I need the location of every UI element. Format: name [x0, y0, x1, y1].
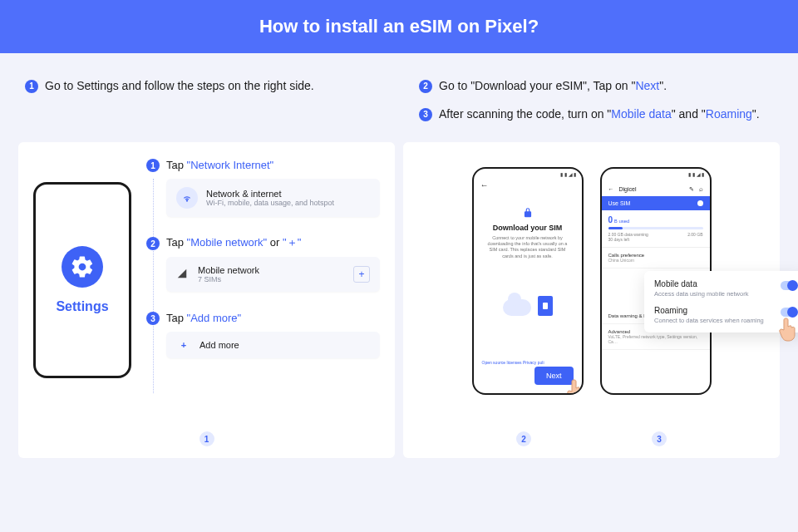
- signal-icon: [176, 268, 190, 281]
- screen-title: Download your SIM: [482, 224, 574, 232]
- substep-text: Tap "Add more": [166, 312, 241, 324]
- status-bar: ▮ ▮ ◢ ▮: [602, 169, 710, 182]
- search-icon[interactable]: ⌕: [699, 185, 703, 193]
- screen-header: ← Digicel ✎ ⌕: [602, 182, 710, 196]
- intro-text: Go to "Download your eSIM", Tap on "Next…: [439, 78, 667, 95]
- panel-number-badge: 1: [200, 431, 214, 446]
- switch-on-icon: [781, 308, 797, 317]
- legal-links[interactable]: Open source licenses Privacy poli: [482, 360, 544, 365]
- intro-bullet-2: 2 Go to "Download your eSIM", Tap on "Ne…: [419, 78, 780, 95]
- next-button[interactable]: Next: [534, 367, 574, 385]
- substeps: 1 Tap "Network Internet" Network & inter…: [146, 157, 380, 443]
- step-number-badge: 3: [146, 312, 160, 325]
- panel-step-1: Settings 1 Tap "Network Internet" Netwo: [18, 142, 395, 458]
- wifi-icon: [176, 187, 198, 209]
- toggle-subtitle: Connect to data services when roaming: [654, 317, 774, 324]
- intro-text: Go to Settings and follow the steps on t…: [45, 78, 314, 95]
- screen-subtitle: Connect to your mobile network by downlo…: [482, 235, 574, 259]
- row-title: Network & internet: [206, 189, 334, 199]
- back-icon[interactable]: ←: [608, 186, 614, 192]
- plus-icon: +: [176, 340, 191, 350]
- intro-text: After scanning the code, turn on "Mobile…: [439, 106, 760, 123]
- settings-row-add-more[interactable]: + Add more: [166, 332, 380, 358]
- usage-meter: [608, 227, 703, 229]
- toggle-subtitle: Access data using mobile network: [654, 290, 774, 298]
- step-number-badge: 3: [419, 108, 432, 121]
- carrier-name: Digicel: [619, 186, 684, 192]
- mobile-data-toggle[interactable]: Mobile data Access data using mobile net…: [654, 279, 797, 298]
- toggle-on-icon: [697, 200, 703, 206]
- substep-3: 3 Tap "Add more" + Add more: [146, 310, 380, 358]
- toggle-popup: Mobile data Access data using mobile net…: [644, 271, 798, 332]
- use-sim-toggle-row[interactable]: Use SIM: [602, 196, 710, 210]
- settings-label: Settings: [56, 299, 108, 314]
- roaming-toggle[interactable]: Roaming Connect to data services when ro…: [654, 306, 797, 324]
- phone-mock-settings: Settings: [33, 182, 131, 378]
- back-icon[interactable]: ←: [480, 180, 489, 190]
- intro-bullet-3: 3 After scanning the code, turn on "Mobi…: [419, 106, 780, 123]
- status-bar: ▮ ▮ ◢ ▮: [474, 169, 582, 182]
- row-title: Mobile network: [198, 265, 259, 275]
- hero-banner: How to install an eSIM on Pixel?: [0, 0, 798, 53]
- panel-number-badge: 2: [516, 431, 531, 446]
- page-title: How to install an eSIM on Pixel?: [259, 16, 539, 37]
- settings-row-network[interactable]: Network & internet Wi-Fi, mobile, data u…: [166, 179, 380, 217]
- toggle-title: Mobile data: [654, 279, 774, 288]
- intro-left: 1 Go to Settings and follow the steps on…: [25, 78, 386, 134]
- intro-section: 1 Go to Settings and follow the steps on…: [0, 53, 798, 142]
- panel-step-2-3: ▮ ▮ ◢ ▮ ← Download your SIM Connect to y…: [403, 142, 780, 458]
- row-title: Add more: [200, 340, 239, 350]
- data-usage-section: 0 B used 2.00 GB data warning30 days lef…: [602, 210, 710, 248]
- intro-right: 2 Go to "Download your eSIM", Tap on "Ne…: [419, 78, 780, 134]
- substep-2: 2 Tap "Mobile network" or "＋" Mobile net…: [146, 235, 380, 292]
- download-illustration: [503, 291, 553, 316]
- panel-number-badge: 3: [652, 431, 667, 446]
- list-item[interactable]: Calls preferenceChina Unicom: [602, 248, 710, 268]
- substep-text: Tap "Network Internet": [166, 159, 273, 171]
- intro-bullet-1: 1 Go to Settings and follow the steps on…: [25, 78, 386, 95]
- substep-text: Tap "Mobile network" or "＋": [166, 235, 301, 250]
- step-number-badge: 2: [419, 80, 432, 93]
- substep-1: 1 Tap "Network Internet" Network & inter…: [146, 157, 380, 217]
- edit-icon[interactable]: ✎: [689, 186, 694, 193]
- plus-icon[interactable]: +: [353, 266, 370, 283]
- phone-mock-download-sim: ▮ ▮ ◢ ▮ ← Download your SIM Connect to y…: [472, 167, 584, 395]
- row-subtitle: 7 SIMs: [198, 275, 259, 283]
- step-number-badge: 1: [146, 159, 160, 172]
- row-subtitle: Wi-Fi, mobile, data usage, and hotspot: [206, 199, 334, 207]
- gear-icon: [62, 246, 103, 288]
- step-number-badge: 1: [25, 80, 38, 93]
- switch-on-icon: [781, 281, 797, 290]
- step-number-badge: 2: [146, 237, 160, 250]
- settings-row-mobile-network[interactable]: Mobile network 7 SIMs +: [166, 257, 380, 292]
- lock-icon: [522, 207, 534, 219]
- toggle-title: Roaming: [654, 306, 774, 315]
